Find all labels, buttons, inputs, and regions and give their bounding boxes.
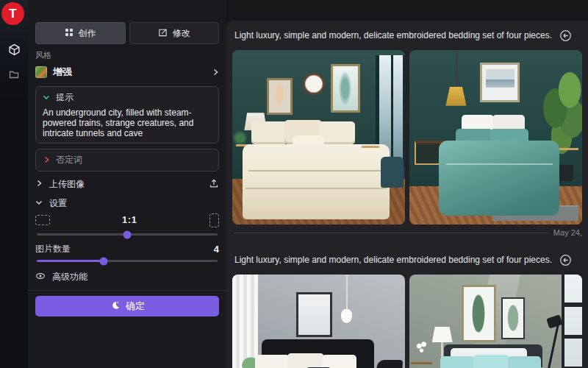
chevron-right-icon bbox=[35, 179, 43, 189]
style-value: 增强 bbox=[53, 66, 72, 79]
scene-duvet bbox=[243, 144, 390, 219]
generated-image-1[interactable] bbox=[232, 50, 405, 224]
generation-prompt-text: Light luxury, simple and modern, delicat… bbox=[234, 255, 552, 265]
scene-plant-pot bbox=[558, 165, 573, 180]
tab-create-label: 创作 bbox=[79, 27, 96, 40]
scene-armchair bbox=[381, 157, 404, 188]
divider bbox=[28, 290, 226, 291]
divider-line bbox=[234, 233, 549, 233]
date-divider-text: May 24, bbox=[553, 228, 582, 237]
generation-prompt-row: Light luxury, simple and modern, delicat… bbox=[232, 21, 582, 50]
scene-pillow bbox=[322, 355, 356, 368]
scene-art-frame bbox=[480, 63, 520, 103]
count-slider-thumb[interactable] bbox=[100, 257, 108, 265]
generated-image-2[interactable] bbox=[409, 50, 582, 224]
reuse-prompt-icon[interactable] bbox=[559, 254, 572, 266]
settings-label: 设置 bbox=[49, 197, 67, 210]
image-count-row: 图片数量 4 bbox=[35, 243, 219, 255]
negative-label: 否定词 bbox=[56, 154, 82, 166]
scene-lamp bbox=[432, 327, 453, 342]
avatar[interactable]: T bbox=[1, 2, 24, 25]
scene-pillow bbox=[319, 121, 355, 144]
scene-duvet bbox=[439, 141, 560, 216]
tab-create[interactable]: 创作 bbox=[35, 22, 126, 44]
settings-header[interactable]: 设置 bbox=[35, 195, 219, 211]
upload-icon[interactable] bbox=[209, 178, 219, 191]
portrait-ratio-icon[interactable] bbox=[209, 213, 219, 227]
upload-label: 上传图像 bbox=[49, 178, 85, 191]
aspect-ratio-slider[interactable] bbox=[37, 233, 218, 236]
grid-icon bbox=[65, 28, 74, 39]
scene-wall-clock bbox=[303, 73, 325, 95]
style-selector[interactable]: 增强 bbox=[35, 63, 219, 82]
edit-icon bbox=[158, 27, 168, 39]
scene-pillow bbox=[287, 353, 323, 368]
chevron-down-icon bbox=[35, 198, 43, 208]
reuse-prompt-icon[interactable] bbox=[559, 29, 572, 42]
sidebar-item-files[interactable] bbox=[0, 62, 28, 87]
style-thumbnail-icon bbox=[35, 66, 47, 78]
cube-icon bbox=[8, 43, 21, 56]
prompt-box: 提示 An underground city, filled with stea… bbox=[35, 86, 219, 144]
scene-art-frame bbox=[267, 78, 293, 115]
generated-image-4[interactable] bbox=[409, 275, 582, 368]
upload-image-row[interactable]: 上传图像 bbox=[35, 176, 219, 192]
scene-art-frame bbox=[501, 297, 526, 339]
moon-sparkle-icon bbox=[110, 300, 120, 313]
advanced-features-row[interactable]: 高级功能 bbox=[35, 269, 219, 284]
image-count-label: 图片数量 bbox=[35, 243, 71, 255]
slider-fill bbox=[37, 260, 104, 262]
scene-pillow bbox=[440, 356, 475, 368]
generation-prompt-row: Light luxury, simple and modern, delicat… bbox=[232, 245, 582, 275]
gallery-area: Light luxury, simple and modern, delicat… bbox=[226, 0, 588, 368]
chevron-down-icon bbox=[43, 93, 50, 103]
control-panel: 创作 修改 风格 增强 bbox=[28, 0, 226, 368]
tab-modify[interactable]: 修改 bbox=[129, 22, 220, 44]
prompt-label: 提示 bbox=[56, 91, 74, 104]
confirm-button[interactable]: 确定 bbox=[35, 296, 219, 316]
scene-pillow bbox=[508, 356, 541, 368]
scene-pillow bbox=[251, 121, 287, 144]
icon-rail: T bbox=[0, 0, 28, 368]
chevron-right-icon bbox=[43, 155, 50, 166]
aspect-ratio-row: 1:1 bbox=[35, 213, 219, 227]
tab-modify-label: 修改 bbox=[173, 27, 190, 40]
scene-pendant-lamp bbox=[456, 50, 458, 87]
aspect-ratio-value: 1:1 bbox=[50, 215, 209, 225]
negative-box-header[interactable]: 否定词 bbox=[43, 154, 212, 166]
scene-side-table bbox=[362, 146, 379, 148]
folder-icon bbox=[8, 68, 20, 80]
scene-pillow bbox=[255, 355, 290, 368]
image-grid-row-1 bbox=[232, 50, 582, 224]
sidebar-item-models[interactable] bbox=[0, 37, 28, 62]
scene-art-frame bbox=[462, 285, 496, 342]
generated-image-3[interactable] bbox=[232, 275, 405, 368]
confirm-label: 确定 bbox=[126, 300, 145, 313]
image-count-slider[interactable] bbox=[37, 260, 218, 262]
prompt-textarea[interactable]: An underground city, filled with steam-p… bbox=[43, 107, 212, 138]
image-count-value: 4 bbox=[214, 244, 219, 255]
generation-prompt-text: Light luxury, simple and modern, delicat… bbox=[234, 30, 552, 40]
chevron-right-icon bbox=[212, 67, 219, 78]
scene-flowers bbox=[415, 341, 430, 358]
advanced-label: 高级功能 bbox=[52, 271, 87, 283]
scene-pillow bbox=[473, 355, 509, 368]
aspect-slider-thumb[interactable] bbox=[123, 230, 132, 238]
app-window: T bbox=[0, 0, 588, 368]
eye-icon bbox=[35, 271, 46, 283]
style-section-label: 风格 bbox=[35, 50, 219, 61]
negative-box: 否定词 bbox=[35, 149, 219, 171]
generation-feed: Light luxury, simple and modern, delicat… bbox=[226, 21, 588, 368]
scene-pendant-lamp bbox=[346, 275, 348, 311]
landscape-ratio-icon[interactable] bbox=[35, 215, 50, 225]
image-grid-row-2 bbox=[232, 275, 582, 368]
scene-side-table bbox=[411, 362, 431, 364]
mode-tabs: 创作 修改 bbox=[35, 22, 219, 44]
scene-art-frame bbox=[331, 64, 360, 113]
prompt-box-header[interactable]: 提示 bbox=[43, 91, 212, 104]
scene-art-frame bbox=[296, 292, 332, 338]
scene-window bbox=[562, 275, 582, 368]
date-divider: May 24, bbox=[232, 224, 582, 241]
scene-side-table bbox=[559, 148, 578, 150]
